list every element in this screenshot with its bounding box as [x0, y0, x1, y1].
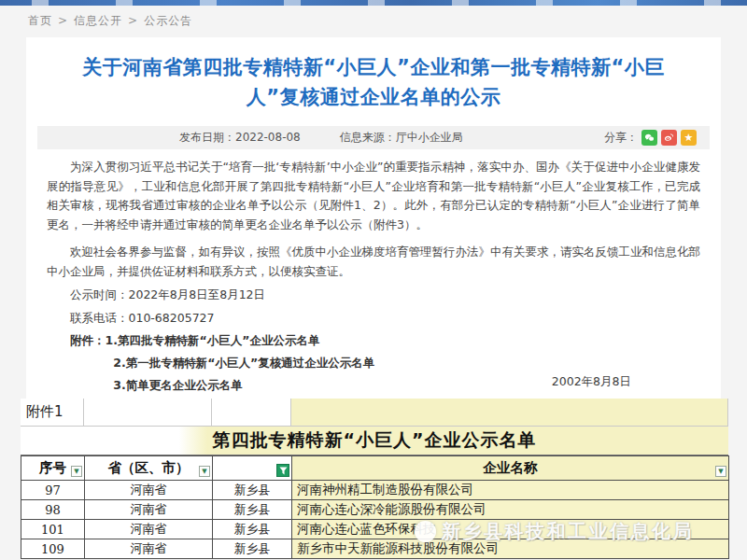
cell-province: 河南省 [85, 539, 213, 559]
article-meta-bar: 发布日期：2022-08-08 信息来源：厅中小企业局 分享： ★ [37, 126, 710, 149]
favorite-star-icon[interactable]: ★ [681, 130, 697, 146]
cell-city: 新乡县 [213, 481, 292, 500]
cell-province: 河南省 [85, 500, 213, 520]
article-paragraph-2: 欢迎社会各界参与监督，如有异议，按照《优质中小企业梯度培育管理暂行办法》中有关要… [47, 243, 700, 281]
breadcrumb-info-disclosure[interactable]: 信息公开 [74, 14, 122, 27]
page-title: 关于河南省第四批专精特新“小巨人”企业和第一批专精特新“小巨人”复核通过企业名单… [82, 52, 666, 112]
cell-serial: 97 [21, 481, 85, 500]
page: 首页>信息公开>公示公告 关于河南省第四批专精特新“小巨人”企业和第一批专精特新… [0, 0, 747, 560]
wechat-share-icon[interactable] [641, 130, 657, 146]
attachment-item-2[interactable]: 2.第一批专精特新“小巨人”复核通过企业公示名单 [113, 356, 374, 370]
cell-serial: 101 [21, 520, 85, 539]
breadcrumb-home[interactable]: 首页 [28, 14, 52, 27]
header-province: 省（区、市）▼ [85, 456, 213, 481]
cell-city: 新乡县 [213, 500, 292, 520]
attachment-item-1[interactable]: 1.第四批专精特新“小巨人”企业公示名单 [106, 333, 320, 347]
spreadsheet-preview: 附件1 第四批专精特新“小巨人”企业公示名单 序号▼ 省（区、市）▼ 企业名称▼… [21, 399, 728, 559]
empty-cell [212, 399, 291, 427]
cell-company: 河南神州精工制造股份有限公司 [292, 481, 729, 500]
table-row: 97 河南省 新乡县 河南神州精工制造股份有限公司 [21, 481, 729, 500]
info-source: 信息来源：厅中小企业局 [340, 130, 463, 146]
cell-company: 河南心连心深冷能源股份有限公司 [292, 500, 729, 520]
signature-date: 2002年8月8日 [552, 374, 631, 390]
header-serial: 序号▼ [21, 456, 85, 481]
attachment-line-2: 2.第一批专精特新“小巨人”复核通过企业公示名单 [47, 354, 700, 372]
publicity-period-line: 公示时间：2022年8月8日至8月12日 [47, 286, 700, 304]
cell-serial: 109 [21, 539, 85, 559]
table-row: 109 河南省 新乡县 新乡市中天新能源科技股份有限公司 [21, 539, 729, 559]
empty-cell [291, 399, 728, 427]
cell-city: 新乡县 [213, 520, 292, 539]
filter-funnel-icon[interactable] [276, 464, 289, 477]
article-paragraph-1: 为深入贯彻习近平总书记关于“培育一批‘专精特新’中小企业”的重要指示精神，落实中… [47, 158, 700, 234]
filter-dropdown-icon[interactable]: ▼ [199, 466, 210, 477]
contact-phone-line: 联系电话：010-68205727 [47, 309, 700, 328]
breadcrumb-announcements[interactable]: 公示公告 [144, 14, 192, 27]
share-bar: 分享： ★ [604, 130, 697, 146]
table-row: 98 河南省 新乡县 河南心连心深冷能源股份有限公司 [21, 500, 729, 520]
breadcrumb: 首页>信息公开>公示公告 [28, 13, 192, 29]
breadcrumb-separator: > [128, 14, 138, 27]
company-table: 序号▼ 省（区、市）▼ 企业名称▼ 97 河南省 新乡县 河南神州精工制造股份有… [21, 455, 729, 559]
annex-label-cell: 附件1 [21, 399, 84, 427]
attachment-item-3[interactable]: 3.简单更名企业公示名单 [113, 378, 242, 392]
top-nav-strip [0, 0, 747, 6]
weibo-share-icon[interactable] [661, 130, 677, 146]
header-city [213, 456, 292, 481]
table-header-row: 序号▼ 省（区、市）▼ 企业名称▼ [21, 456, 729, 481]
article-card: 关于河南省第四批专精特新“小巨人”企业和第一批专精特新“小巨人”复核通过企业名单… [26, 37, 721, 399]
attachment-line-1: 附件：1.第四批专精特新“小巨人”企业公示名单 [47, 331, 700, 350]
empty-cell [84, 399, 212, 427]
annex-row: 附件1 [21, 399, 728, 427]
header-company: 企业名称▼ [292, 456, 729, 481]
cell-serial: 98 [21, 500, 85, 520]
filter-dropdown-icon[interactable]: ▼ [71, 466, 82, 477]
filter-dropdown-icon[interactable]: ▼ [715, 466, 726, 477]
cell-company: 新乡市中天新能源科技股份有限公司 [292, 539, 729, 559]
cell-city: 新乡县 [213, 539, 292, 559]
table-title: 第四批专精特新“小巨人”企业公示名单 [21, 427, 728, 455]
cell-province: 河南省 [85, 520, 213, 539]
cell-province: 河南省 [85, 481, 213, 500]
publish-date: 发布日期：2022-08-08 [179, 130, 301, 146]
breadcrumb-separator: > [58, 14, 68, 27]
table-row: 101 河南省 新乡县 河南心连心蓝色环保科技 [21, 520, 729, 539]
attachment-label: 附件： [70, 333, 106, 347]
cell-company: 河南心连心蓝色环保科技 [292, 520, 729, 539]
share-label: 分享： [604, 130, 638, 146]
